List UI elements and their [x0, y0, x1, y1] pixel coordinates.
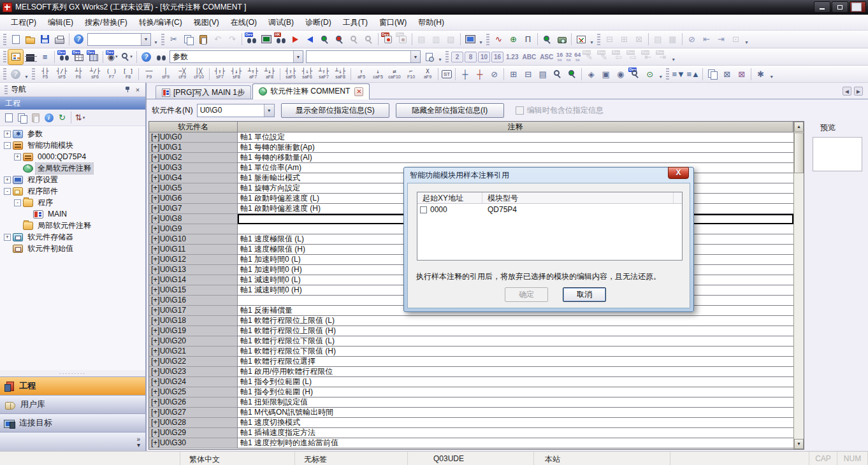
menu-item-8[interactable]: 工具(T) — [337, 16, 373, 29]
vertical-scrollbar[interactable]: ▲ ▼ — [793, 122, 804, 449]
menu-item-10[interactable]: 帮助(H) — [412, 16, 450, 29]
contact-erase-icon[interactable]: ┼ — [472, 67, 487, 82]
help-icon[interactable] — [71, 32, 86, 46]
device-name-cell[interactable]: [+]U0\G30 — [149, 438, 238, 448]
ladder-application-instruction-button[interactable]: [ ]F8 — [120, 66, 136, 82]
tree-item-10[interactable]: 软元件初始值 — [0, 243, 145, 254]
dialog-close-icon[interactable]: X — [668, 167, 689, 179]
ladder-open-branch-button[interactable]: ┴├F6 — [70, 66, 87, 82]
find-coil-icon[interactable] — [565, 67, 579, 82]
tree-item-4[interactable]: +程序设置 — [0, 174, 145, 185]
device-name-cell[interactable]: [+]U0\G7 — [149, 204, 238, 214]
comment-cell[interactable]: 軸1 插補速度指定方法 — [238, 428, 793, 438]
device-name-cell[interactable]: [+]U0\G9 — [149, 224, 238, 234]
toolbar-grip[interactable] — [597, 34, 600, 45]
monitor-find-icon[interactable] — [259, 32, 273, 46]
scrollbar-thumb[interactable] — [794, 132, 804, 173]
toolbar-grip[interactable] — [3, 51, 6, 62]
print-preview-icon[interactable] — [422, 50, 437, 64]
comment-cell[interactable]: 軸1 軟體行程限位選擇 — [238, 357, 793, 367]
watch-start-icon[interactable] — [540, 32, 554, 46]
comment-cell[interactable]: 軸1 每轉的脈衝數(Ap) — [238, 143, 793, 153]
toolbar-grip[interactable] — [3, 34, 6, 45]
list-mode-icon[interactable]: ≡ — [38, 50, 52, 64]
hide-bit-info-button[interactable]: 隐藏全部位指定信息(I) — [396, 103, 504, 118]
navigation-window-icon[interactable] — [8, 50, 23, 64]
device-name-cell[interactable]: [+]U0\G13 — [149, 265, 238, 275]
device-name-cell[interactable]: [+]U0\G0 — [149, 132, 238, 143]
declare-unused-icon[interactable]: ⊘ — [684, 32, 699, 46]
device-name-cell[interactable]: [+]U0\G17 — [149, 306, 238, 316]
tree-item-0[interactable]: +参数 — [0, 128, 145, 140]
menu-item-5[interactable]: 在线(O) — [225, 16, 263, 29]
ladder-horizontal-line-button[interactable]: ──F9 — [141, 66, 157, 82]
ladder-closed-contact-button[interactable]: ┤/├sF5 — [54, 66, 70, 82]
toolbar-overflow-icon[interactable]: ▾ — [152, 32, 159, 46]
rung-block-delete-icon[interactable]: ⊟ — [521, 67, 535, 82]
menu-item-7[interactable]: 诊断(D) — [300, 16, 337, 29]
module-list-row[interactable]: 0000 QD75P4 — [417, 204, 682, 215]
nav-splitter[interactable]: ········· — [0, 370, 145, 376]
comment-cell[interactable]: 軸1 指令到位範圍 (L) — [238, 377, 793, 387]
pin-icon[interactable] — [122, 85, 133, 94]
column-delete-icon[interactable]: ⊠ — [720, 67, 734, 82]
device-name-cell[interactable]: [+]U0\G6 — [149, 194, 238, 204]
new-project-icon[interactable] — [8, 32, 23, 46]
mdi-restore-icon[interactable] — [851, 3, 862, 11]
tc-setting-icon[interactable]: ◈ — [584, 67, 598, 82]
menu-item-0[interactable]: 工程(P) — [5, 16, 42, 29]
comment-cell[interactable]: 軸1 軟體行程限位上限值 (L) — [238, 316, 793, 326]
device-name-cell[interactable]: [+]U0\G22 — [149, 357, 238, 367]
refresh-icon[interactable]: ↻ — [55, 111, 69, 124]
ladder-delete-horizontal-line-button[interactable]: ─╳cF9 — [174, 66, 191, 82]
ladder-delete-vertical-line-button[interactable]: │╳cF10 — [191, 66, 207, 82]
sheet-copy-icon[interactable] — [705, 67, 720, 82]
remote-operation-icon[interactable] — [463, 32, 477, 46]
save-project-icon[interactable] — [38, 32, 52, 46]
rung-block-insert-icon[interactable]: ⊞ — [506, 67, 521, 82]
toolbar-overflow-icon[interactable]: ▾ — [743, 32, 750, 46]
nav-view-button-0[interactable]: 工程 — [0, 376, 145, 395]
tab-scroll-left-icon[interactable]: ◄ — [843, 87, 851, 96]
device-register-icon[interactable]: Dev — [380, 32, 395, 46]
expand-icon[interactable]: + — [4, 176, 11, 183]
comment-cell[interactable]: 軸1 單位設定 — [238, 132, 793, 143]
expand-icon[interactable]: + — [4, 131, 11, 138]
tree-item-8[interactable]: 局部软元件注释 — [0, 220, 145, 231]
ladder-rising-pulse-branch-button[interactable]: ┴↑├aF7 — [245, 66, 261, 82]
device-name-cell[interactable]: [+]U0\G27 — [149, 408, 238, 418]
device-name-cell[interactable]: [+]U0\G29 — [149, 428, 238, 438]
comment-cell[interactable]: 軸1 軟體行程限位上限值 (H) — [238, 326, 793, 336]
tab-close-icon[interactable]: ✕ — [354, 87, 363, 96]
tree-item-3[interactable]: 全局软元件注释 — [0, 162, 145, 174]
menu-item-9[interactable]: 窗口(W) — [373, 16, 412, 29]
ladder-falling-pulse-close-button[interactable]: ┤⇓├saF6 — [299, 66, 315, 82]
toolbar-grip[interactable] — [32, 68, 35, 80]
cancel-button[interactable]: 取消 — [563, 287, 606, 302]
device-name-cell[interactable]: [+]U0\G1 — [149, 143, 238, 153]
ladder-falling-pulse-branch-button[interactable]: ┴↓├aF8 — [261, 66, 278, 82]
device-name-cell[interactable]: [+]U0\G26 — [149, 397, 238, 408]
sort-icon[interactable]: ⇅▾ — [73, 111, 87, 124]
find-binoculars-icon[interactable] — [154, 50, 168, 64]
quick-access-combo[interactable]: ▼ — [87, 33, 151, 46]
ladder-draw-line-button[interactable]: ⌐F10 — [403, 66, 419, 82]
jump-destination-icon[interactable]: ⇥ — [714, 32, 728, 46]
menu-item-4[interactable]: 视图(V) — [188, 16, 225, 29]
device-find-icon[interactable]: Dev — [244, 32, 259, 46]
device-grid-icon[interactable]: Dev — [71, 50, 86, 64]
toolbar-grip[interactable] — [445, 51, 449, 62]
ladder-falling-pulse-button[interactable]: ┤↓├sF8 — [228, 66, 245, 82]
menu-item-6[interactable]: 调试(B) — [263, 16, 300, 29]
device-name-cell[interactable]: [+]U0\G23 — [149, 367, 238, 377]
nav-drag-handle[interactable] — [4, 85, 8, 94]
comment-cell[interactable]: 軸1 軟體行程限位下限值 (H) — [238, 347, 793, 357]
snapshot-icon[interactable] — [554, 32, 569, 46]
toolbar-overflow-icon[interactable]: ▾ — [657, 67, 664, 81]
monitor-stop-icon[interactable] — [332, 32, 347, 46]
print-icon[interactable] — [52, 32, 67, 46]
device-name-cell[interactable]: [+]U0\G8 — [149, 214, 238, 224]
line-edit-icon[interactable]: ┼ — [458, 67, 472, 82]
device-name-cell[interactable]: [+]U0\G4 — [149, 173, 238, 183]
device-name-cell[interactable]: [+]U0\G21 — [149, 347, 238, 357]
